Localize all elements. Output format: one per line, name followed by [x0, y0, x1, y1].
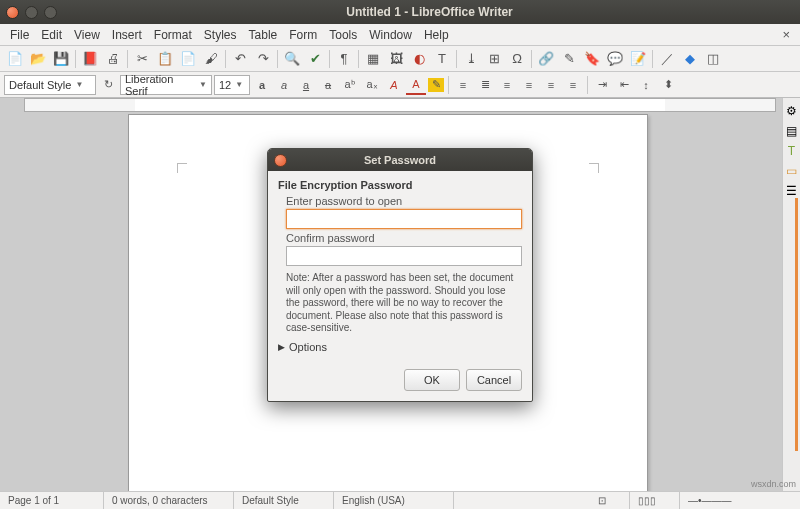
- status-zoom-slider[interactable]: —•———: [680, 492, 800, 509]
- justify-icon[interactable]: ≡: [563, 75, 583, 95]
- indent-decrease-icon[interactable]: ⇤: [614, 75, 634, 95]
- image-icon[interactable]: 🖼: [385, 48, 407, 70]
- chevron-down-icon: ▼: [75, 80, 83, 89]
- font-name-combo[interactable]: Liberation Serif ▼: [120, 75, 212, 95]
- open-icon[interactable]: 📂: [27, 48, 49, 70]
- subscript-icon[interactable]: aₓ: [362, 75, 382, 95]
- footnote-icon[interactable]: ✎: [558, 48, 580, 70]
- status-page[interactable]: Page 1 of 1: [0, 492, 104, 509]
- para-spacing-icon[interactable]: ⬍: [658, 75, 678, 95]
- indent-increase-icon[interactable]: ⇥: [592, 75, 612, 95]
- numbering-icon[interactable]: ≣: [475, 75, 495, 95]
- dialog-titlebar[interactable]: Set Password: [268, 149, 532, 171]
- cancel-button[interactable]: Cancel: [466, 369, 522, 391]
- bullets-icon[interactable]: ≡: [453, 75, 473, 95]
- paste-icon[interactable]: 📄: [177, 48, 199, 70]
- superscript-icon[interactable]: aᵇ: [340, 75, 360, 95]
- undo-icon[interactable]: ↶: [229, 48, 251, 70]
- track-changes-icon[interactable]: 📝: [627, 48, 649, 70]
- sidebar-deck: ⚙ ▤ T ▭ ☰: [782, 98, 800, 491]
- sidebar-gallery-icon[interactable]: ▭: [785, 164, 799, 180]
- separator: [358, 50, 359, 68]
- standard-toolbar: 📄 📂 💾 📕 🖨 ✂ 📋 📄 🖌 ↶ ↷ 🔍 ✔ ¶ ▦ 🖼 ◐ T ⤓ ⊞ …: [0, 46, 800, 72]
- shapes-icon[interactable]: ◆: [679, 48, 701, 70]
- underline-icon[interactable]: a: [296, 75, 316, 95]
- menu-view[interactable]: View: [68, 28, 106, 42]
- italic-icon[interactable]: a: [274, 75, 294, 95]
- hyperlink-icon[interactable]: 🔗: [535, 48, 557, 70]
- dialog-close-button[interactable]: [274, 154, 287, 167]
- window-minimize-button[interactable]: [25, 6, 38, 19]
- menu-tools[interactable]: Tools: [323, 28, 363, 42]
- status-language[interactable]: English (USA): [334, 492, 454, 509]
- pagebreak-icon[interactable]: ⤓: [460, 48, 482, 70]
- print-icon[interactable]: 🖨: [102, 48, 124, 70]
- separator: [587, 76, 588, 94]
- status-selection-mode[interactable]: ⊡: [590, 492, 630, 509]
- paragraph-style-combo[interactable]: Default Style ▼: [4, 75, 96, 95]
- nonprinting-icon[interactable]: ¶: [333, 48, 355, 70]
- window-maximize-button[interactable]: [44, 6, 57, 19]
- separator: [329, 50, 330, 68]
- sidebar-properties-icon[interactable]: ▤: [785, 124, 799, 140]
- sidebar-styles-icon[interactable]: T: [785, 144, 799, 160]
- status-page-style[interactable]: Default Style: [234, 492, 334, 509]
- clone-format-icon[interactable]: 🖌: [200, 48, 222, 70]
- sidebar-grip[interactable]: [795, 198, 798, 451]
- save-icon[interactable]: 💾: [50, 48, 72, 70]
- comment-icon[interactable]: 💬: [604, 48, 626, 70]
- redo-icon[interactable]: ↷: [252, 48, 274, 70]
- find-icon[interactable]: 🔍: [281, 48, 303, 70]
- font-color-icon[interactable]: A: [406, 75, 426, 95]
- copy-icon[interactable]: 📋: [154, 48, 176, 70]
- bookmark-icon[interactable]: 🔖: [581, 48, 603, 70]
- sidebar-settings-icon[interactable]: ⚙: [785, 104, 799, 120]
- confirm-password-input[interactable]: [286, 246, 522, 266]
- separator: [127, 50, 128, 68]
- ok-button[interactable]: OK: [404, 369, 460, 391]
- font-size-combo[interactable]: 12 ▼: [214, 75, 250, 95]
- menu-format[interactable]: Format: [148, 28, 198, 42]
- new-icon[interactable]: 📄: [4, 48, 26, 70]
- align-center-icon[interactable]: ≡: [519, 75, 539, 95]
- menu-file[interactable]: File: [4, 28, 35, 42]
- horizontal-ruler[interactable]: [24, 98, 776, 112]
- status-wordcount[interactable]: 0 words, 0 characters: [104, 492, 234, 509]
- spellcheck-icon[interactable]: ✔: [304, 48, 326, 70]
- menu-edit[interactable]: Edit: [35, 28, 68, 42]
- menu-bar: File Edit View Insert Format Styles Tabl…: [0, 24, 800, 46]
- menu-help[interactable]: Help: [418, 28, 455, 42]
- menu-styles[interactable]: Styles: [198, 28, 243, 42]
- menu-table[interactable]: Table: [243, 28, 284, 42]
- draw-icon[interactable]: ◫: [702, 48, 724, 70]
- menu-window[interactable]: Window: [363, 28, 418, 42]
- field-icon[interactable]: ⊞: [483, 48, 505, 70]
- strikethrough-icon[interactable]: a: [318, 75, 338, 95]
- chart-icon[interactable]: ◐: [408, 48, 430, 70]
- line-spacing-icon[interactable]: ↕: [636, 75, 656, 95]
- cut-icon[interactable]: ✂: [131, 48, 153, 70]
- status-view-layout[interactable]: ▯▯▯: [630, 492, 680, 509]
- textbox-icon[interactable]: T: [431, 48, 453, 70]
- separator: [531, 50, 532, 68]
- separator: [277, 50, 278, 68]
- menu-form[interactable]: Form: [283, 28, 323, 42]
- window-close-button[interactable]: [6, 6, 19, 19]
- align-right-icon[interactable]: ≡: [541, 75, 561, 95]
- options-expander[interactable]: ▶ Options: [278, 341, 522, 353]
- options-label: Options: [289, 341, 327, 353]
- special-char-icon[interactable]: Ω: [506, 48, 528, 70]
- enter-password-input[interactable]: [286, 209, 522, 229]
- document-close-button[interactable]: ×: [776, 27, 796, 42]
- line-icon[interactable]: ／: [656, 48, 678, 70]
- export-pdf-icon[interactable]: 📕: [79, 48, 101, 70]
- clear-format-icon[interactable]: A: [384, 75, 404, 95]
- update-style-icon[interactable]: ↻: [98, 75, 118, 95]
- table-icon[interactable]: ▦: [362, 48, 384, 70]
- align-left-icon[interactable]: ≡: [497, 75, 517, 95]
- password-note: Note: After a password has been set, the…: [286, 272, 522, 335]
- highlight-icon[interactable]: ✎: [428, 78, 444, 92]
- separator: [456, 50, 457, 68]
- bold-icon[interactable]: a: [252, 75, 272, 95]
- menu-insert[interactable]: Insert: [106, 28, 148, 42]
